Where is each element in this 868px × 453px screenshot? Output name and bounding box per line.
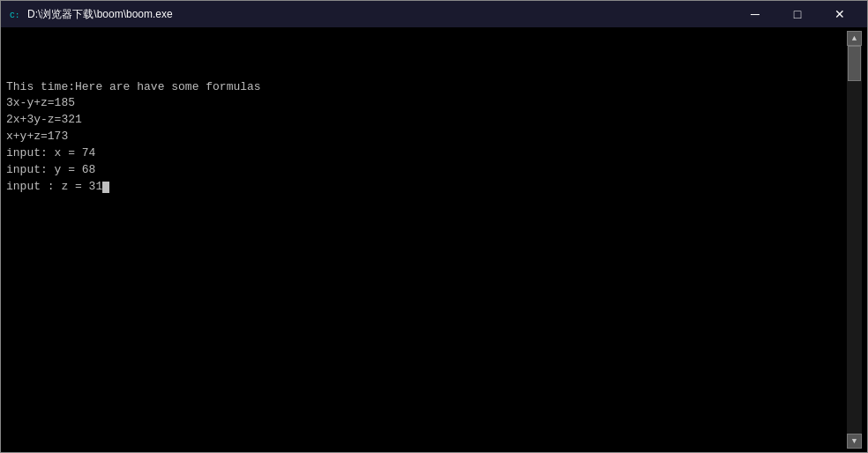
- scrollbar-track[interactable]: [847, 46, 862, 434]
- minimize-button[interactable]: ─: [735, 1, 775, 27]
- window-title: D:\浏览器下载\boom\boom.exe: [27, 7, 173, 22]
- terminal-line: input: y = 68: [6, 162, 847, 179]
- maximize-button[interactable]: □: [777, 1, 818, 27]
- terminal-line: input : z = 31: [6, 179, 847, 196]
- scrollbar-up-button[interactable]: ▲: [847, 31, 862, 46]
- close-button[interactable]: ✕: [819, 1, 860, 27]
- title-bar-left: C: D:\浏览器下载\boom\boom.exe: [8, 7, 173, 22]
- scrollbar[interactable]: ▲ ▼: [847, 31, 862, 449]
- title-bar-controls: ─ □ ✕: [735, 1, 860, 27]
- terminal-line: 3x-y+z=185: [6, 95, 847, 112]
- terminal-body[interactable]: This time:Here are have some formulas3x-…: [1, 27, 867, 452]
- terminal-line: x+y+z=173: [6, 129, 847, 145]
- scrollbar-thumb[interactable]: [848, 46, 861, 81]
- title-bar: C: D:\浏览器下载\boom\boom.exe ─ □ ✕: [1, 1, 867, 27]
- terminal-cursor: [102, 182, 109, 193]
- cmd-icon: C:: [8, 7, 22, 21]
- terminal-content: This time:Here are have some formulas3x-…: [6, 31, 847, 449]
- scrollbar-down-button[interactable]: ▼: [847, 434, 862, 449]
- terminal-line: input: x = 74: [6, 145, 847, 162]
- terminal-line: This time:Here are have some formulas: [6, 79, 847, 96]
- main-window: C: D:\浏览器下载\boom\boom.exe ─ □ ✕ This tim…: [0, 0, 868, 453]
- terminal-line: 2x+3y-z=321: [6, 112, 847, 129]
- svg-text:C:: C:: [10, 11, 20, 20]
